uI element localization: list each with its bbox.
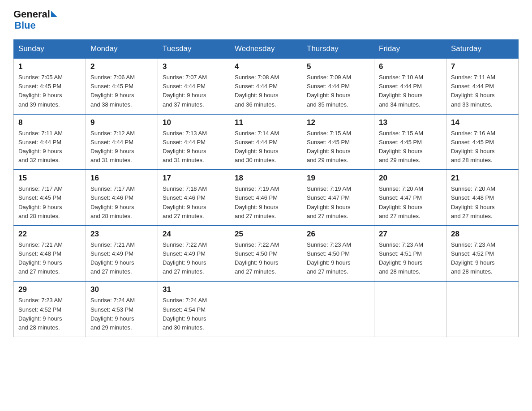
day-number: 15 <box>18 174 81 183</box>
day-cell: 27 Sunrise: 7:23 AM Sunset: 4:51 PM Dayl… <box>374 226 446 282</box>
day-info: Sunrise: 7:22 AM Sunset: 4:49 PM Dayligh… <box>163 240 225 277</box>
day-info: Sunrise: 7:19 AM Sunset: 4:47 PM Dayligh… <box>307 184 369 221</box>
day-number: 19 <box>307 174 369 183</box>
day-number: 29 <box>18 285 81 294</box>
day-info: Sunrise: 7:10 AM Sunset: 4:44 PM Dayligh… <box>379 73 442 109</box>
day-cell: 11 Sunrise: 7:14 AM Sunset: 4:44 PM Dayl… <box>230 114 302 170</box>
day-cell: 15 Sunrise: 7:17 AM Sunset: 4:45 PM Dayl… <box>14 170 86 226</box>
day-cell: 19 Sunrise: 7:19 AM Sunset: 4:47 PM Dayl… <box>302 170 374 226</box>
day-number: 17 <box>163 174 225 183</box>
day-cell: 12 Sunrise: 7:15 AM Sunset: 4:45 PM Dayl… <box>302 114 374 170</box>
day-number: 20 <box>379 174 442 183</box>
day-info: Sunrise: 7:23 AM Sunset: 4:52 PM Dayligh… <box>451 240 514 277</box>
week-row-5: 29 Sunrise: 7:23 AM Sunset: 4:52 PM Dayl… <box>14 281 519 337</box>
day-number: 1 <box>18 62 81 71</box>
day-info: Sunrise: 7:14 AM Sunset: 4:44 PM Dayligh… <box>235 129 297 165</box>
weekday-header-friday: Friday <box>374 40 446 59</box>
day-info: Sunrise: 7:12 AM Sunset: 4:44 PM Dayligh… <box>90 129 153 165</box>
logo: General Blue <box>13 9 57 31</box>
day-number: 14 <box>451 118 514 127</box>
day-number: 27 <box>379 230 442 239</box>
day-cell: 21 Sunrise: 7:20 AM Sunset: 4:48 PM Dayl… <box>446 170 519 226</box>
day-number: 10 <box>163 118 225 127</box>
day-cell: 1 Sunrise: 7:05 AM Sunset: 4:45 PM Dayli… <box>14 58 86 114</box>
day-cell <box>230 281 302 337</box>
day-cell: 30 Sunrise: 7:24 AM Sunset: 4:53 PM Dayl… <box>86 281 158 337</box>
day-info: Sunrise: 7:11 AM Sunset: 4:44 PM Dayligh… <box>451 73 514 109</box>
day-cell: 25 Sunrise: 7:22 AM Sunset: 4:50 PM Dayl… <box>230 226 302 282</box>
day-cell: 22 Sunrise: 7:21 AM Sunset: 4:48 PM Dayl… <box>14 226 86 282</box>
day-number: 3 <box>163 62 225 71</box>
day-info: Sunrise: 7:24 AM Sunset: 4:53 PM Dayligh… <box>90 296 153 332</box>
day-number: 24 <box>163 230 225 239</box>
day-info: Sunrise: 7:15 AM Sunset: 4:45 PM Dayligh… <box>379 129 442 165</box>
weekday-header-row: SundayMondayTuesdayWednesdayThursdayFrid… <box>14 40 519 59</box>
day-cell: 8 Sunrise: 7:11 AM Sunset: 4:44 PM Dayli… <box>14 114 86 170</box>
day-cell <box>446 281 519 337</box>
day-info: Sunrise: 7:24 AM Sunset: 4:54 PM Dayligh… <box>163 296 225 332</box>
day-number: 6 <box>379 62 442 71</box>
day-info: Sunrise: 7:23 AM Sunset: 4:52 PM Dayligh… <box>18 296 81 332</box>
day-cell <box>302 281 374 337</box>
weekday-header-wednesday: Wednesday <box>230 40 302 59</box>
day-cell: 29 Sunrise: 7:23 AM Sunset: 4:52 PM Dayl… <box>14 281 86 337</box>
day-number: 5 <box>307 62 369 71</box>
day-info: Sunrise: 7:20 AM Sunset: 4:48 PM Dayligh… <box>451 184 514 221</box>
day-info: Sunrise: 7:17 AM Sunset: 4:45 PM Dayligh… <box>18 184 81 221</box>
day-info: Sunrise: 7:21 AM Sunset: 4:49 PM Dayligh… <box>90 240 153 277</box>
day-cell: 24 Sunrise: 7:22 AM Sunset: 4:49 PM Dayl… <box>158 226 230 282</box>
day-cell: 13 Sunrise: 7:15 AM Sunset: 4:45 PM Dayl… <box>374 114 446 170</box>
day-cell: 9 Sunrise: 7:12 AM Sunset: 4:44 PM Dayli… <box>86 114 158 170</box>
page-header: General Blue <box>13 9 519 31</box>
day-number: 22 <box>18 230 81 239</box>
logo-text-general: General <box>13 9 50 20</box>
day-cell: 3 Sunrise: 7:07 AM Sunset: 4:44 PM Dayli… <box>158 58 230 114</box>
day-number: 11 <box>235 118 297 127</box>
day-number: 30 <box>90 285 153 294</box>
day-info: Sunrise: 7:09 AM Sunset: 4:44 PM Dayligh… <box>307 73 369 109</box>
day-cell: 31 Sunrise: 7:24 AM Sunset: 4:54 PM Dayl… <box>158 281 230 337</box>
weekday-header-monday: Monday <box>86 40 158 59</box>
day-cell: 6 Sunrise: 7:10 AM Sunset: 4:44 PM Dayli… <box>374 58 446 114</box>
day-cell: 18 Sunrise: 7:19 AM Sunset: 4:46 PM Dayl… <box>230 170 302 226</box>
day-info: Sunrise: 7:08 AM Sunset: 4:44 PM Dayligh… <box>235 73 297 109</box>
day-info: Sunrise: 7:17 AM Sunset: 4:46 PM Dayligh… <box>90 184 153 221</box>
logo-triangle-icon <box>51 11 57 17</box>
day-cell: 10 Sunrise: 7:13 AM Sunset: 4:44 PM Dayl… <box>158 114 230 170</box>
day-number: 13 <box>379 118 442 127</box>
day-number: 25 <box>235 230 297 239</box>
logo-text-blue: Blue <box>14 20 57 31</box>
week-row-2: 8 Sunrise: 7:11 AM Sunset: 4:44 PM Dayli… <box>14 114 519 170</box>
day-info: Sunrise: 7:13 AM Sunset: 4:44 PM Dayligh… <box>163 129 225 165</box>
day-number: 18 <box>235 174 297 183</box>
week-row-3: 15 Sunrise: 7:17 AM Sunset: 4:45 PM Dayl… <box>14 170 519 226</box>
day-cell <box>374 281 446 337</box>
week-row-4: 22 Sunrise: 7:21 AM Sunset: 4:48 PM Dayl… <box>14 226 519 282</box>
day-cell: 7 Sunrise: 7:11 AM Sunset: 4:44 PM Dayli… <box>446 58 519 114</box>
weekday-header-thursday: Thursday <box>302 40 374 59</box>
weekday-header-tuesday: Tuesday <box>158 40 230 59</box>
day-number: 16 <box>90 174 153 183</box>
day-cell: 5 Sunrise: 7:09 AM Sunset: 4:44 PM Dayli… <box>302 58 374 114</box>
day-number: 23 <box>90 230 153 239</box>
day-info: Sunrise: 7:19 AM Sunset: 4:46 PM Dayligh… <box>235 184 297 221</box>
day-info: Sunrise: 7:11 AM Sunset: 4:44 PM Dayligh… <box>18 129 81 165</box>
day-info: Sunrise: 7:21 AM Sunset: 4:48 PM Dayligh… <box>18 240 81 277</box>
day-number: 4 <box>235 62 297 71</box>
day-cell: 2 Sunrise: 7:06 AM Sunset: 4:45 PM Dayli… <box>86 58 158 114</box>
day-cell: 26 Sunrise: 7:23 AM Sunset: 4:50 PM Dayl… <box>302 226 374 282</box>
day-info: Sunrise: 7:20 AM Sunset: 4:47 PM Dayligh… <box>379 184 442 221</box>
day-cell: 23 Sunrise: 7:21 AM Sunset: 4:49 PM Dayl… <box>86 226 158 282</box>
weekday-header-sunday: Sunday <box>14 40 86 59</box>
day-number: 12 <box>307 118 369 127</box>
day-cell: 28 Sunrise: 7:23 AM Sunset: 4:52 PM Dayl… <box>446 226 519 282</box>
day-info: Sunrise: 7:07 AM Sunset: 4:44 PM Dayligh… <box>163 73 225 109</box>
day-cell: 16 Sunrise: 7:17 AM Sunset: 4:46 PM Dayl… <box>86 170 158 226</box>
day-info: Sunrise: 7:05 AM Sunset: 4:45 PM Dayligh… <box>18 73 81 109</box>
day-number: 28 <box>451 230 514 239</box>
day-cell: 20 Sunrise: 7:20 AM Sunset: 4:47 PM Dayl… <box>374 170 446 226</box>
day-number: 7 <box>451 62 514 71</box>
day-cell: 14 Sunrise: 7:16 AM Sunset: 4:45 PM Dayl… <box>446 114 519 170</box>
day-info: Sunrise: 7:23 AM Sunset: 4:50 PM Dayligh… <box>307 240 369 277</box>
day-cell: 4 Sunrise: 7:08 AM Sunset: 4:44 PM Dayli… <box>230 58 302 114</box>
